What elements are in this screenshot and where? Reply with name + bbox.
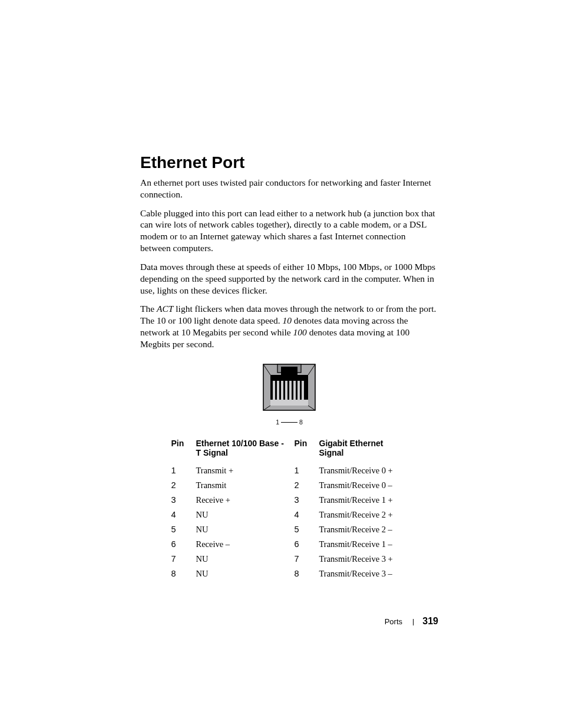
table-row: 4NU4Transmit/Receive 2 + — [171, 508, 408, 522]
svg-rect-9 — [289, 381, 292, 401]
svg-rect-2 — [281, 367, 297, 376]
cell-pin-b: 4 — [295, 508, 319, 522]
paragraph-1: An ethernet port uses twisted pair condu… — [140, 177, 438, 200]
rj45-jack-icon — [262, 363, 316, 414]
pin-1-label: 1 — [276, 419, 279, 426]
svg-rect-5 — [273, 381, 275, 401]
cell-signal-a: NU — [196, 508, 295, 522]
cell-pin-b: 5 — [295, 522, 319, 537]
col-signal-a: Ethernet 10/100 Base - T Signal — [196, 436, 295, 463]
svg-rect-6 — [277, 381, 279, 401]
cell-pin-a: 4 — [171, 508, 196, 522]
cell-pin-a: 6 — [171, 537, 196, 552]
cell-pin-b: 3 — [295, 493, 319, 508]
cell-signal-a: Receive + — [196, 493, 295, 508]
col-signal-b: Gigabit Ethernet Signal — [319, 436, 408, 463]
speed-100-label: 100 — [293, 327, 307, 337]
dash-icon — [281, 422, 297, 423]
cell-signal-b: Transmit/Receive 1 + — [319, 493, 408, 508]
ethernet-port-diagram: 18 — [140, 363, 438, 426]
paragraph-2: Cable plugged into this port can lead ei… — [140, 207, 438, 254]
cell-pin-b: 6 — [295, 537, 319, 552]
pinout-table: Pin Ethernet 10/100 Base - T Signal Pin … — [171, 436, 408, 581]
pin-8-label: 8 — [299, 419, 303, 426]
cell-pin-a: 7 — [171, 552, 196, 566]
col-pin-a: Pin — [171, 436, 196, 463]
table-row: 3Receive +3Transmit/Receive 1 + — [171, 493, 408, 508]
svg-rect-10 — [293, 381, 296, 401]
cell-signal-b: Transmit/Receive 1 – — [319, 537, 408, 552]
cell-signal-b: Transmit/Receive 3 + — [319, 552, 408, 566]
table-row: 5NU5Transmit/Receive 2 – — [171, 522, 408, 537]
svg-rect-12 — [302, 381, 304, 401]
cell-pin-b: 7 — [295, 552, 319, 566]
cell-pin-a: 5 — [171, 522, 196, 537]
cell-pin-a: 8 — [171, 566, 196, 581]
cell-signal-b: Transmit/Receive 2 – — [319, 522, 408, 537]
paragraph-3: Data moves through these at speeds of ei… — [140, 261, 438, 296]
cell-signal-a: NU — [196, 552, 295, 566]
text-run: The — [140, 304, 157, 314]
cell-signal-a: NU — [196, 566, 295, 581]
pin-number-caption: 18 — [140, 419, 438, 426]
table-row: 2Transmit2Transmit/Receive 0 – — [171, 478, 408, 493]
footer-chapter: Ports — [385, 617, 402, 626]
cell-pin-a: 1 — [171, 463, 196, 478]
col-pin-b: Pin — [295, 436, 319, 463]
cell-signal-a: Receive – — [196, 537, 295, 552]
cell-pin-b: 8 — [295, 566, 319, 581]
cell-signal-b: Transmit/Receive 3 – — [319, 566, 408, 581]
table-row: 8NU8Transmit/Receive 3 – — [171, 566, 408, 581]
footer-separator-icon — [413, 619, 414, 625]
act-label: ACT — [157, 304, 173, 314]
cell-pin-b: 1 — [295, 463, 319, 478]
cell-signal-a: Transmit — [196, 478, 295, 493]
table-header-row: Pin Ethernet 10/100 Base - T Signal Pin … — [171, 436, 408, 463]
section-heading: Ethernet Port — [140, 153, 438, 172]
svg-rect-7 — [281, 381, 283, 401]
footer-page-number: 319 — [422, 616, 438, 626]
cell-signal-b: Transmit/Receive 2 + — [319, 508, 408, 522]
table-row: 1Transmit +1Transmit/Receive 0 + — [171, 463, 408, 478]
table-row: 7NU7Transmit/Receive 3 + — [171, 552, 408, 566]
cell-signal-a: NU — [196, 522, 295, 537]
cell-pin-a: 2 — [171, 478, 196, 493]
paragraph-4: The ACT light flickers when data moves t… — [140, 303, 438, 350]
cell-signal-b: Transmit/Receive 0 + — [319, 463, 408, 478]
speed-10-label: 10 — [282, 315, 292, 325]
cell-signal-a: Transmit + — [196, 463, 295, 478]
page-footer: Ports 319 — [385, 616, 438, 627]
svg-rect-11 — [297, 381, 300, 401]
table-row: 6Receive –6Transmit/Receive 1 – — [171, 537, 408, 552]
cell-pin-a: 3 — [171, 493, 196, 508]
cell-pin-b: 2 — [295, 478, 319, 493]
cell-signal-b: Transmit/Receive 0 – — [319, 478, 408, 493]
svg-rect-8 — [285, 381, 287, 401]
